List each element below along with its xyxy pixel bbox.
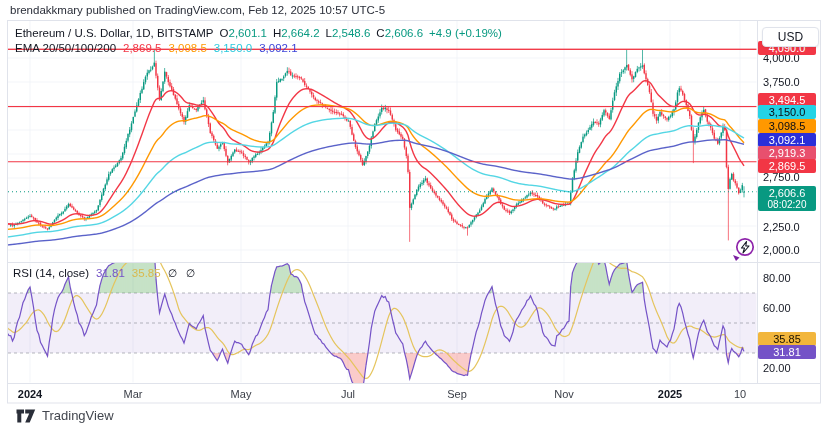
time-axis-label: Sep (447, 388, 467, 400)
price-line-label: 3,098.5 (758, 119, 816, 133)
ohlc-values: O2,601.1H2,664.2L2,548.6C2,606.6 (214, 27, 423, 39)
rsi-tick-label: 80.00 (763, 272, 791, 284)
rsi-legend: RSI (14, close)31.8135.85∅ ∅ (13, 267, 198, 279)
price-line-label: 2,919.3 (758, 146, 816, 160)
rsi-ma-value: 35.85 (132, 267, 161, 279)
publisher-line: brendakkmary published on TradingView.co… (10, 4, 385, 16)
rsi-value: 31.81 (96, 267, 125, 279)
time-axis-label: May (231, 388, 252, 400)
countdown: 08:02:20 (758, 199, 816, 210)
ema-value: 2,869.5 (123, 42, 161, 54)
ema-legend-label: EMA 20/50/100/200 (15, 42, 116, 54)
currency-unit-button[interactable]: USD (762, 27, 819, 47)
tradingview-logo-icon (16, 409, 36, 423)
change-value: +4.9 (+0.19%) (429, 27, 502, 39)
tradingview-snapshot: brendakkmary published on TradingView.co… (0, 0, 825, 432)
ohlc-token: 2,601.1 (229, 27, 267, 39)
ema-value: 3,150.0 (214, 42, 252, 54)
ohlc-key: H (273, 27, 281, 39)
tradingview-attribution[interactable]: TradingView (16, 408, 114, 423)
price-line-label: 2,606.608:02:20 (758, 186, 816, 211)
rsi-tick-label: 60.00 (763, 302, 791, 314)
price-tick-label: 2,250.0 (763, 221, 800, 233)
ohlc-key: C (376, 27, 384, 39)
price-line-label: 3,092.1 (758, 133, 816, 147)
time-axis-label: 2025 (658, 388, 682, 400)
rsi-line-label: 31.81 (758, 345, 816, 359)
ema-value: 3,092.1 (259, 42, 297, 54)
ohlc-key: O (220, 27, 229, 39)
time-axis-label: Mar (124, 388, 143, 400)
ema-values: 2,869.53,098.53,150.03,092.1 (116, 42, 298, 54)
time-axis-label: Jul (341, 388, 355, 400)
time-axis-label: 10 (734, 388, 746, 400)
symbol-legend: Ethereum / U.S. Dollar, 1D, BITSTAMPO2,6… (15, 27, 502, 39)
rsi-legend-label: RSI (14, close) (13, 267, 89, 279)
quick-action-lightning-icon[interactable] (729, 236, 757, 262)
price-line-label: 2,869.5 (758, 159, 816, 173)
time-axis-label: Nov (554, 388, 574, 400)
symbol-title: Ethereum / U.S. Dollar, 1D, BITSTAMP (15, 27, 214, 39)
ohlc-token: 2,664.2 (281, 27, 319, 39)
price-chart-canvas[interactable] (0, 0, 825, 432)
tradingview-name: TradingView (42, 408, 114, 423)
rsi-hidden-values-icon: ∅ ∅ (168, 267, 198, 279)
ohlc-token: 2,548.6 (332, 27, 370, 39)
price-tick-label: 3,750.0 (763, 76, 800, 88)
time-axis-label: 2024 (18, 388, 42, 400)
price-tick-label: 2,000.0 (763, 244, 800, 256)
ema-legend: EMA 20/50/100/2002,869.53,098.53,150.03,… (15, 42, 298, 54)
ohlc-token: 2,606.6 (385, 27, 423, 39)
ema-value: 3,098.5 (168, 42, 206, 54)
price-line-label: 3,150.0 (758, 105, 816, 119)
rsi-line-label: 35.85 (758, 332, 816, 346)
rsi-tick-label: 20.00 (763, 362, 791, 374)
